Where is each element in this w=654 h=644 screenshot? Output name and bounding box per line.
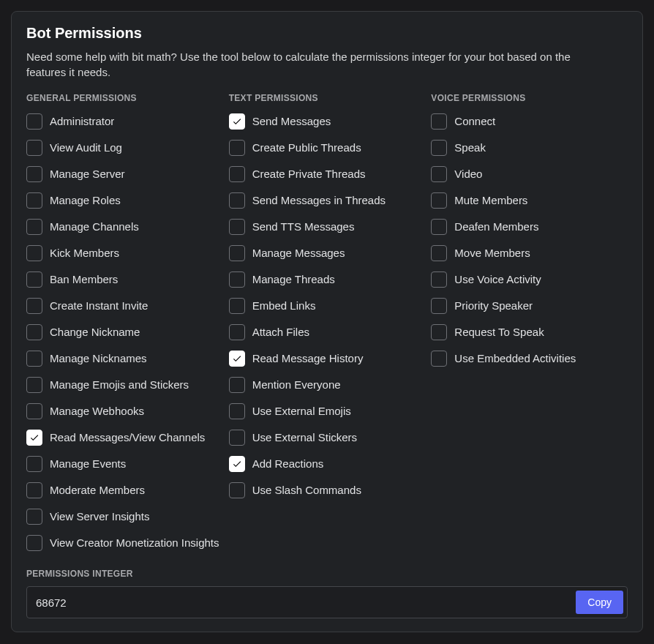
perm-speak[interactable]: Speak (431, 140, 628, 156)
perm-administrator[interactable]: Administrator (26, 113, 223, 130)
checkbox-manage-messages[interactable] (229, 245, 245, 261)
perm-view-audit-log[interactable]: View Audit Log (26, 140, 223, 156)
perm-deafen-members[interactable]: Deafen Members (431, 219, 628, 235)
checkbox-create-private-threads[interactable] (229, 166, 245, 182)
perm-mention-everyone[interactable]: Mention Everyone (229, 377, 426, 393)
checkbox-video[interactable] (431, 166, 447, 182)
checkbox-embed-links[interactable] (229, 298, 245, 314)
perm-manage-nicknames[interactable]: Manage Nicknames (26, 351, 223, 367)
perm-manage-server[interactable]: Manage Server (26, 166, 223, 182)
perm-request-to-speak[interactable]: Request To Speak (431, 324, 628, 340)
checkbox-ban-members[interactable] (26, 272, 42, 288)
perm-moderate-members[interactable]: Moderate Members (26, 482, 223, 498)
perm-attach-files[interactable]: Attach Files (229, 324, 426, 340)
perm-manage-channels[interactable]: Manage Channels (26, 219, 223, 235)
checkbox-use-embedded-activities[interactable] (431, 351, 447, 367)
text-permissions-header: TEXT PERMISSIONS (229, 93, 426, 103)
perm-priority-speaker[interactable]: Priority Speaker (431, 298, 628, 314)
checkbox-create-public-threads[interactable] (229, 140, 245, 156)
perm-change-nickname[interactable]: Change Nickname (26, 324, 223, 340)
checkbox-view-server-insights[interactable] (26, 509, 42, 525)
checkbox-read-messages-view-channels[interactable] (26, 430, 42, 446)
perm-view-creator-monetization-insights[interactable]: View Creator Monetization Insights (26, 535, 223, 551)
checkbox-connect[interactable] (431, 113, 447, 130)
checkbox-manage-emojis-and-stickers[interactable] (26, 377, 42, 393)
checkbox-send-messages[interactable] (229, 113, 245, 130)
checkbox-use-external-emojis[interactable] (229, 403, 245, 419)
checkbox-mention-everyone[interactable] (229, 377, 245, 393)
checkbox-attach-files[interactable] (229, 324, 245, 340)
general-permissions-list: AdministratorView Audit LogManage Server… (26, 113, 223, 551)
perm-label: Moderate Members (50, 484, 145, 497)
perm-create-private-threads[interactable]: Create Private Threads (229, 166, 426, 182)
perm-use-voice-activity[interactable]: Use Voice Activity (431, 272, 628, 288)
perm-manage-messages[interactable]: Manage Messages (229, 245, 426, 261)
checkbox-administrator[interactable] (26, 113, 42, 130)
perm-label: Create Instant Invite (50, 299, 148, 312)
perm-use-external-stickers[interactable]: Use External Stickers (229, 430, 426, 446)
perm-manage-events[interactable]: Manage Events (26, 456, 223, 472)
perm-use-external-emojis[interactable]: Use External Emojis (229, 403, 426, 419)
checkbox-manage-webhooks[interactable] (26, 403, 42, 419)
checkbox-deafen-members[interactable] (431, 219, 447, 235)
checkbox-read-message-history[interactable] (229, 351, 245, 367)
perm-kick-members[interactable]: Kick Members (26, 245, 223, 261)
checkbox-view-audit-log[interactable] (26, 140, 42, 156)
checkbox-request-to-speak[interactable] (431, 324, 447, 340)
perm-ban-members[interactable]: Ban Members (26, 272, 223, 288)
perm-view-server-insights[interactable]: View Server Insights (26, 509, 223, 525)
perm-label: Use External Stickers (252, 431, 357, 444)
perm-read-message-history[interactable]: Read Message History (229, 351, 426, 367)
perm-connect[interactable]: Connect (431, 113, 628, 130)
checkbox-moderate-members[interactable] (26, 482, 42, 498)
perm-video[interactable]: Video (431, 166, 628, 182)
checkbox-use-slash-commands[interactable] (229, 482, 245, 498)
perm-send-messages-in-threads[interactable]: Send Messages in Threads (229, 192, 426, 209)
perm-label: Connect (454, 115, 495, 128)
perm-use-slash-commands[interactable]: Use Slash Commands (229, 482, 426, 498)
perm-send-tts-messages[interactable]: Send TTS Messages (229, 219, 426, 235)
perm-label: Read Messages/View Channels (50, 431, 205, 444)
checkbox-manage-threads[interactable] (229, 272, 245, 288)
checkbox-view-creator-monetization-insights[interactable] (26, 535, 42, 551)
checkbox-change-nickname[interactable] (26, 324, 42, 340)
perm-send-messages[interactable]: Send Messages (229, 113, 426, 130)
voice-permissions-column: VOICE PERMISSIONS ConnectSpeakVideoMute … (431, 93, 628, 558)
checkbox-priority-speaker[interactable] (431, 298, 447, 314)
perm-manage-emojis-and-stickers[interactable]: Manage Emojis and Stickers (26, 377, 223, 393)
checkbox-use-external-stickers[interactable] (229, 430, 245, 446)
perm-label: Manage Nicknames (50, 352, 147, 365)
checkbox-send-messages-in-threads[interactable] (229, 192, 245, 209)
check-icon (232, 353, 242, 364)
perm-create-instant-invite[interactable]: Create Instant Invite (26, 298, 223, 314)
perm-read-messages-view-channels[interactable]: Read Messages/View Channels (26, 430, 223, 446)
checkbox-manage-nicknames[interactable] (26, 351, 42, 367)
perm-manage-threads[interactable]: Manage Threads (229, 272, 426, 288)
perm-label: Manage Emojis and Stickers (50, 378, 189, 392)
perm-add-reactions[interactable]: Add Reactions (229, 456, 426, 472)
perm-label: Manage Channels (50, 220, 139, 233)
perm-move-members[interactable]: Move Members (431, 245, 628, 261)
checkbox-manage-roles[interactable] (26, 192, 42, 209)
checkbox-send-tts-messages[interactable] (229, 219, 245, 235)
perm-label: Create Private Threads (252, 168, 366, 181)
checkbox-mute-members[interactable] (431, 192, 447, 209)
perm-manage-webhooks[interactable]: Manage Webhooks (26, 403, 223, 419)
perm-label: Create Public Threads (252, 141, 361, 154)
perm-create-public-threads[interactable]: Create Public Threads (229, 140, 426, 156)
checkbox-create-instant-invite[interactable] (26, 298, 42, 314)
perm-label: Priority Speaker (454, 299, 533, 312)
checkbox-use-voice-activity[interactable] (431, 272, 447, 288)
checkbox-add-reactions[interactable] (229, 456, 245, 472)
perm-use-embedded-activities[interactable]: Use Embedded Activities (431, 351, 628, 367)
checkbox-manage-events[interactable] (26, 456, 42, 472)
checkbox-move-members[interactable] (431, 245, 447, 261)
checkbox-manage-server[interactable] (26, 166, 42, 182)
checkbox-manage-channels[interactable] (26, 219, 42, 235)
perm-manage-roles[interactable]: Manage Roles (26, 192, 223, 209)
copy-button[interactable]: Copy (576, 591, 623, 614)
perm-mute-members[interactable]: Mute Members (431, 192, 628, 209)
checkbox-kick-members[interactable] (26, 245, 42, 261)
perm-embed-links[interactable]: Embed Links (229, 298, 426, 314)
checkbox-speak[interactable] (431, 140, 447, 156)
